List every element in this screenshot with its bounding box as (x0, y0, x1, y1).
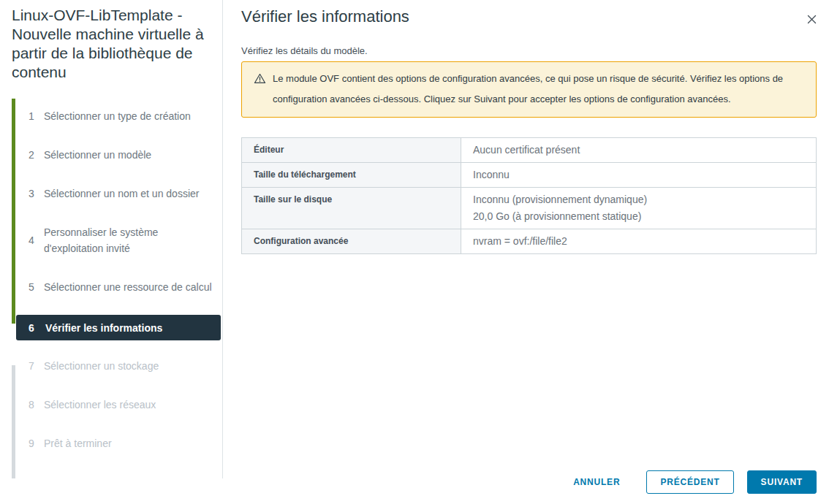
template-details-table: Éditeur Aucun certificat présent Taille … (241, 137, 817, 254)
step-item-3[interactable]: 3 Sélectionner un nom et un dossier (0, 186, 223, 202)
value-line: Inconnu (473, 167, 804, 183)
close-button[interactable] (803, 10, 820, 28)
step-item-4[interactable]: 4 Personnaliser le système d'exploitatio… (0, 224, 223, 256)
step-label: Sélectionner un nom et un dossier (44, 186, 223, 202)
new-vm-wizard-dialog: Linux-OVF-LibTemplate - Nouvelle machine… (0, 0, 829, 504)
step-number: 2 (26, 147, 37, 163)
step-label: Vérifier les informations (45, 320, 221, 336)
value-line: nvram = ovf:/file/file2 (473, 233, 804, 250)
step-number: 6 (26, 320, 37, 336)
wizard-footer-actions: ANNULER PRÉCÉDENT SUIVANT (564, 470, 817, 494)
security-warning-banner: Le module OVF contient des options de co… (241, 61, 817, 118)
row-label: Configuration avancée (242, 229, 461, 254)
row-label: Taille sur le disque (242, 188, 461, 229)
step-item-2[interactable]: 2 Sélectionner un modèle (0, 147, 223, 163)
step-number: 5 (26, 279, 37, 295)
value-line: Aucun certificat présent (473, 142, 804, 159)
step-number: 1 (26, 108, 37, 124)
next-button[interactable]: SUIVANT (747, 470, 817, 494)
previous-button[interactable]: PRÉCÉDENT (646, 470, 733, 494)
row-label: Taille du téléchargement (242, 163, 461, 188)
value-line: Inconnu (provisionnement dynamique) (473, 191, 804, 208)
step-label: Prêt à terminer (44, 435, 223, 451)
warning-triangle-icon (254, 72, 266, 85)
table-row-download-size: Taille du téléchargement Inconnu (242, 163, 817, 188)
table-row-publisher: Éditeur Aucun certificat présent (242, 138, 817, 163)
step-label: Personnaliser le système d'exploitation … (44, 224, 223, 256)
step-item-1[interactable]: 1 Sélectionner un type de création (0, 108, 223, 124)
step-item-6-active[interactable]: 6 Vérifier les informations (16, 315, 221, 340)
step-label: Sélectionner les réseaux (44, 397, 223, 413)
table-row-advanced-configuration: Configuration avancée nvram = ovf:/file/… (242, 229, 817, 254)
step-label: Sélectionner un type de création (44, 108, 223, 124)
step-number: 8 (26, 397, 37, 413)
step-label: Sélectionner un stockage (44, 358, 223, 374)
close-icon (806, 14, 817, 25)
value-line: 20,0 Go (à provisionnement statique) (473, 208, 804, 225)
row-value: Inconnu (461, 163, 817, 188)
step-number: 3 (26, 186, 37, 202)
table-row-size-on-disk: Taille sur le disque Inconnu (provisionn… (242, 188, 817, 229)
page-subtitle: Vérifiez les détails du modèle. (241, 45, 817, 56)
row-value: Inconnu (provisionnement dynamique) 20,0… (461, 188, 817, 229)
step-item-9: 9 Prêt à terminer (0, 435, 223, 451)
step-number: 7 (26, 358, 37, 374)
step-item-7: 7 Sélectionner un stockage (0, 358, 223, 374)
warning-message: Le module OVF contient des options de co… (273, 69, 804, 110)
step-label: Sélectionner une ressource de calcul (44, 279, 223, 295)
page-title: Vérifier les informations (241, 7, 817, 26)
cancel-button[interactable]: ANNULER (564, 470, 629, 494)
wizard-content-panel: Vérifier les informations Vérifiez les d… (223, 0, 829, 504)
step-item-5[interactable]: 5 Sélectionner une ressource de calcul (0, 279, 223, 295)
row-label: Éditeur (242, 138, 461, 163)
row-value: nvram = ovf:/file/file2 (461, 229, 817, 254)
step-number: 9 (26, 435, 37, 451)
step-number: 4 (26, 232, 37, 248)
step-item-8: 8 Sélectionner les réseaux (0, 397, 223, 413)
row-value: Aucun certificat présent (461, 138, 817, 163)
wizard-step-list: 1 Sélectionner un type de création 2 Sél… (0, 108, 223, 474)
wizard-sidebar: Linux-OVF-LibTemplate - Nouvelle machine… (0, 0, 223, 504)
wizard-title: Linux-OVF-LibTemplate - Nouvelle machine… (12, 6, 212, 82)
step-label: Sélectionner un modèle (44, 147, 223, 163)
